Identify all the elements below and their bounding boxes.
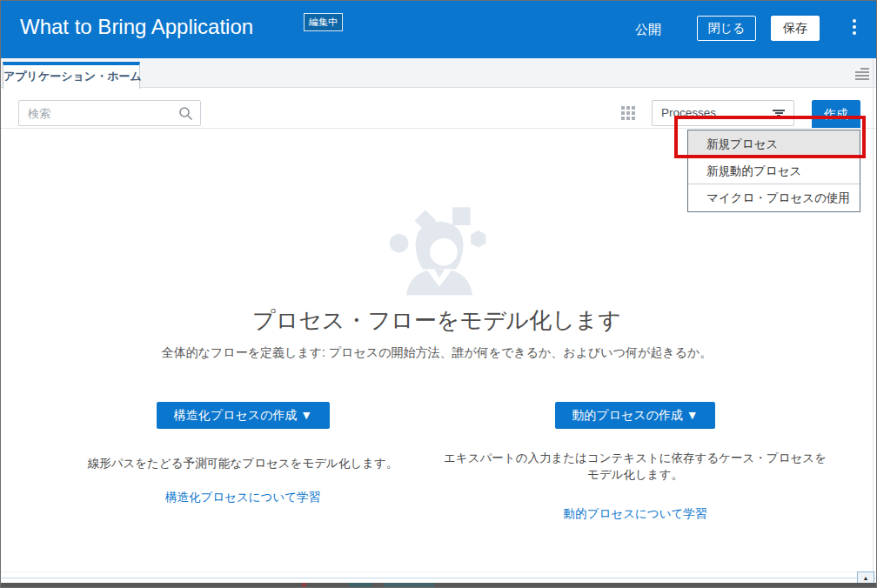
application-window: What to Bring Application 編集中 公開 閉じる 保存 … [0,0,877,588]
toolbar-divider [1,128,876,129]
page-subtitle: 全体的なフローを定義します: プロセスの開始方法、誰が何をできるか、およびいつ何… [1,345,873,361]
menu-item-use-micro-process[interactable]: マイクロ・プロセスの使用 [688,184,860,211]
person-with-shapes-icon [389,202,490,299]
search-box [18,100,201,126]
kebab-menu-icon[interactable] [850,19,859,42]
tab-bar: アプリケーション・ホーム [1,58,876,88]
create-dynamic-process-button[interactable]: 動的プロセスの作成 ▼ [555,402,715,429]
tab-list-menu-icon[interactable] [855,68,869,80]
publish-button[interactable]: 公開 [635,22,661,38]
right-edge-line [873,58,874,578]
view-select[interactable]: Processes [652,100,794,126]
page-title: プロセス・フローをモデル化します [1,305,873,336]
menu-item-new-dynamic-process[interactable]: 新規動的プロセス [688,157,860,184]
structured-process-description: 線形パスをたどる予測可能なプロセスをモデル化します。 [51,455,434,471]
editing-status-badge: 編集中 [304,13,343,31]
search-input[interactable] [19,101,200,125]
search-icon [178,106,193,121]
learn-dynamic-process-link[interactable]: 動的プロセスについて学習 [440,506,830,522]
tab-application-home[interactable]: アプリケーション・ホーム [3,62,140,89]
window-bottom-edge [1,583,876,588]
app-title: What to Bring Application [20,15,253,39]
create-button[interactable]: 作成 [812,100,860,129]
content-bottom-divider [1,571,876,572]
close-button[interactable]: 閉じる [697,16,756,41]
scroll-track-line [1,578,876,578]
app-header: What to Bring Application 編集中 公開 閉じる 保存 [1,1,876,58]
save-button[interactable]: 保存 [771,16,820,41]
menu-item-new-process[interactable]: 新規プロセス [688,130,860,157]
create-dropdown-menu: 新規プロセス 新規動的プロセス マイクロ・プロセスの使用 [687,130,860,212]
view-select-value: Processes [661,106,716,119]
dynamic-process-description: エキスパートの入力またはコンテキストに依存するケース・プロセスをモデル化します。 [440,450,830,483]
chevron-down-icon [773,110,785,117]
grid-view-icon[interactable] [621,106,636,121]
learn-structured-process-link[interactable]: 構造化プロセスについて学習 [51,490,434,505]
create-structured-process-button[interactable]: 構造化プロセスの作成 ▼ [157,402,330,429]
